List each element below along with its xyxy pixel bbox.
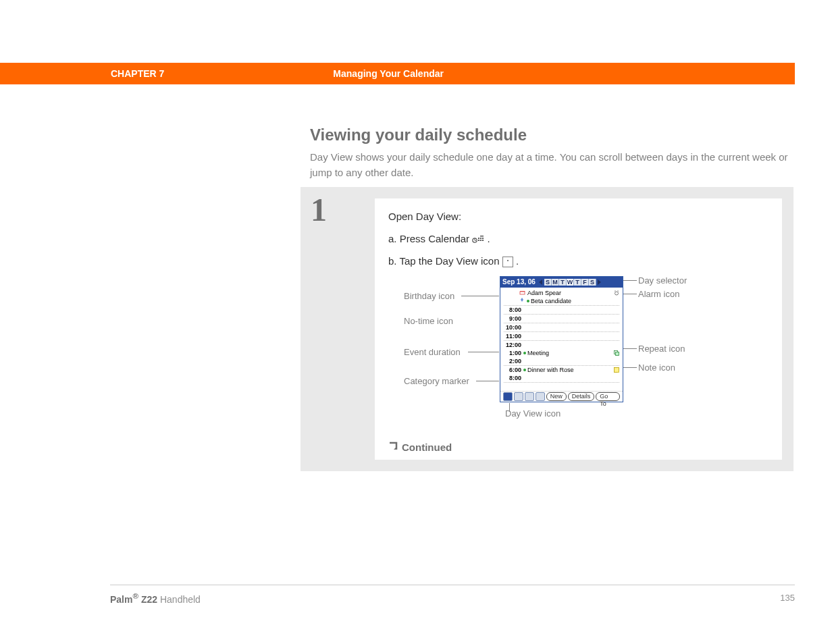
chapter-title: Managing Your Calendar — [333, 68, 444, 79]
pda-date: Sep 13, 06 — [500, 278, 538, 286]
category-dot-icon — [523, 352, 526, 354]
event-title: Meeting — [527, 350, 614, 356]
continued-text: Continued — [402, 441, 452, 453]
time-row[interactable]: 10:00 — [504, 323, 619, 332]
event-row[interactable]: Beta candidate — [504, 297, 619, 306]
connector-line — [623, 348, 637, 349]
alarm-icon — [614, 290, 619, 296]
step-inner: Open Day View: a. Press Calendar . b. Ta… — [375, 198, 782, 460]
time-row[interactable]: 8:00 — [504, 306, 619, 315]
event-row[interactable]: 6:00 Dinner with Rose — [504, 366, 619, 374]
time-row[interactable]: 11:00 — [504, 332, 619, 341]
label-note: Note icon — [638, 363, 675, 373]
section-heading: Viewing your daily schedule — [310, 126, 527, 144]
continued-marker: Continued — [388, 441, 452, 453]
page-footer: Palm® Z22 Handheld 135 — [110, 591, 795, 605]
footer-rule — [110, 585, 795, 585]
step-number: 1 — [311, 191, 327, 228]
day-selector[interactable]: S M T W T F S — [544, 279, 596, 286]
step-a-suffix: . — [487, 233, 490, 244]
day-w[interactable]: W — [567, 279, 574, 286]
time-label: 12:00 — [504, 342, 523, 348]
label-notime: No-time icon — [404, 316, 453, 326]
event-title: Beta candidate — [531, 298, 619, 304]
pda-screen: Sep 13, 06 S M T W T F S — [500, 276, 623, 402]
time-row[interactable]: 9:00 — [504, 315, 619, 323]
time-row[interactable]: 2:00 — [504, 357, 619, 366]
label-alarm: Alarm icon — [638, 289, 679, 299]
day-view-glyph-icon — [502, 257, 513, 267]
svg-rect-6 — [478, 240, 479, 241]
day-f[interactable]: F — [581, 279, 589, 286]
connector-line — [468, 352, 499, 352]
footer-model: Z22 — [138, 594, 157, 605]
time-label: 8:00 — [504, 306, 523, 313]
time-label: 2:00 — [504, 358, 523, 365]
step-b-suffix: . — [516, 255, 519, 267]
svg-rect-7 — [480, 240, 481, 241]
section-body: Day View shows your daily schedule one d… — [310, 150, 795, 180]
goto-button[interactable]: Go To — [596, 392, 620, 401]
connector-line — [623, 280, 637, 281]
footer-reg: ® — [132, 591, 138, 600]
time-label: 11:00 — [504, 333, 523, 340]
agenda-view-button-icon[interactable] — [536, 392, 545, 401]
month-view-button-icon[interactable] — [525, 392, 534, 401]
note-icon — [614, 367, 619, 373]
svg-rect-8 — [482, 240, 484, 241]
time-row[interactable]: 8:00 — [504, 374, 619, 383]
label-birthday: Birthday icon — [404, 291, 454, 301]
time-label: 1:00 — [504, 350, 523, 356]
step-b-prefix: b. Tap the Day View icon — [388, 255, 502, 267]
svg-line-2 — [475, 240, 476, 241]
step-container: 1 Open Day View: a. Press Calendar . b. … — [301, 187, 793, 471]
birthday-icon — [519, 289, 525, 296]
event-row[interactable]: Adam Spear — [504, 289, 619, 297]
svg-rect-16 — [615, 367, 619, 372]
repeat-icon — [614, 350, 619, 356]
footer-suffix: Handheld — [157, 594, 201, 605]
next-day-icon[interactable] — [598, 279, 601, 285]
day-s[interactable]: S — [544, 279, 552, 286]
event-title: Dinner with Rose — [527, 367, 614, 373]
step-open-text: Open Day View: — [388, 211, 768, 222]
day-t2[interactable]: T — [574, 279, 581, 286]
svg-rect-3 — [478, 238, 479, 239]
connector-line — [623, 367, 637, 368]
label-duration: Event duration — [404, 347, 461, 357]
step-b: b. Tap the Day View icon . — [388, 255, 768, 267]
connector-line — [476, 381, 499, 381]
pda-footer: New Details Go To — [500, 391, 623, 402]
label-category: Category marker — [404, 376, 469, 386]
time-label: 10:00 — [504, 324, 523, 331]
prev-day-icon[interactable] — [539, 279, 542, 285]
no-time-icon — [519, 298, 525, 304]
details-button[interactable]: Details — [568, 392, 595, 401]
day-t[interactable]: T — [559, 279, 567, 286]
new-button[interactable]: New — [546, 392, 567, 401]
svg-line-13 — [618, 290, 619, 291]
day-s2[interactable]: S — [589, 279, 596, 286]
time-row[interactable]: 12:00 — [504, 341, 619, 349]
time-label: 9:00 — [504, 315, 523, 322]
calendar-icon — [472, 234, 484, 246]
page-number: 135 — [780, 593, 795, 603]
chapter-label: CHAPTER 7 — [111, 68, 164, 79]
svg-rect-9 — [480, 236, 484, 237]
step-a: a. Press Calendar . — [388, 233, 768, 246]
product-name: Palm® Z22 Handheld — [110, 591, 201, 605]
chapter-bar: CHAPTER 7 Managing Your Calendar — [0, 63, 795, 84]
time-label: 8:00 — [504, 375, 523, 381]
annotated-diagram: Birthday icon No-time icon Event duratio… — [388, 274, 766, 419]
category-dot-icon — [523, 369, 526, 371]
label-day-view-icon: Day View icon — [505, 408, 561, 419]
week-view-button-icon[interactable] — [514, 392, 523, 401]
day-m[interactable]: M — [552, 279, 559, 286]
svg-point-11 — [615, 292, 619, 295]
pda-header: Sep 13, 06 S M T W T F S — [500, 277, 623, 288]
day-view-button-icon[interactable] — [503, 392, 513, 401]
event-row[interactable]: 1:00 Meeting — [504, 349, 619, 357]
svg-rect-4 — [480, 238, 481, 239]
svg-line-12 — [615, 290, 616, 291]
svg-rect-5 — [482, 238, 484, 239]
